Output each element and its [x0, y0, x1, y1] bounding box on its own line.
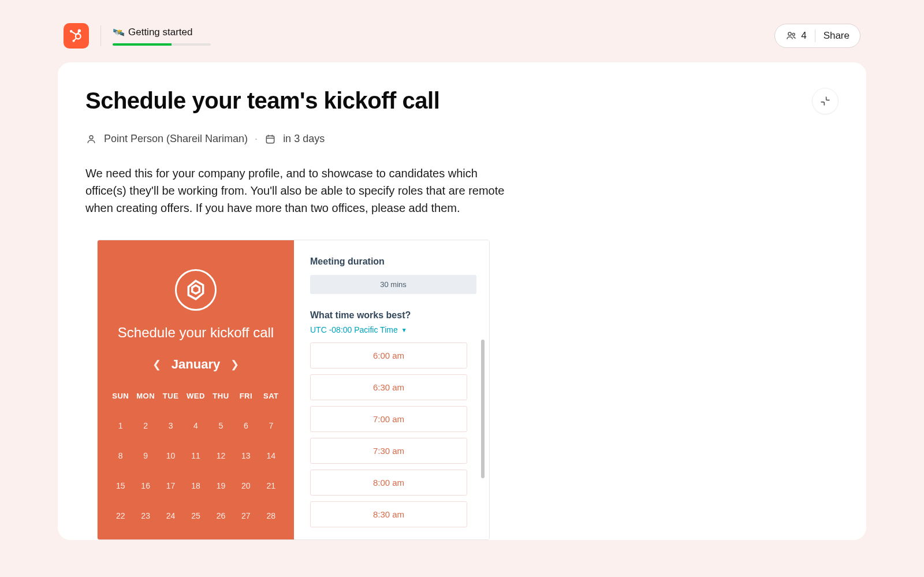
svg-point-2	[90, 135, 93, 139]
scheduler-preview: Schedule your kickoff call ❮ January ❯ S…	[97, 240, 490, 540]
calendar-day-cell[interactable]: 21	[259, 477, 284, 495]
calendar-day-cell[interactable]: 5	[208, 416, 233, 435]
calendar-day-cell[interactable]: 13	[233, 446, 258, 465]
timezone-value: UTC -08:00 Pacific Time	[310, 325, 398, 334]
time-works-label: What time works best?	[310, 310, 476, 321]
person-icon	[85, 133, 97, 145]
time-slot[interactable]: 7:30 am	[310, 438, 467, 464]
time-slot[interactable]: 6:00 am	[310, 343, 467, 368]
calendar-day-cell[interactable]: 11	[183, 446, 208, 465]
dow-cell: SUN	[108, 387, 133, 405]
vertical-divider	[815, 29, 815, 42]
timezone-selector[interactable]: UTC -08:00 Pacific Time ▼	[310, 325, 476, 334]
calendar-icon	[264, 133, 276, 145]
calendar-day-cell[interactable]: 7	[259, 416, 284, 435]
calendar-day-cell[interactable]: 28	[259, 507, 284, 525]
header-bar: 🛰️ Getting started 4 Share	[58, 23, 866, 62]
time-slot[interactable]: 8:30 am	[310, 501, 467, 527]
due-label: in 3 days	[283, 133, 325, 145]
calendar-day-cell[interactable]: 15	[108, 477, 133, 495]
calendar-week-row: 891011121314	[108, 446, 284, 465]
calendar-day-cell[interactable]: 14	[259, 446, 284, 465]
time-slot[interactable]: 7:00 am	[310, 406, 467, 432]
calendar-day-cell[interactable]: 2	[133, 416, 158, 435]
month-next-button[interactable]: ❯	[230, 358, 239, 371]
calendar-day-cell[interactable]: 9	[133, 446, 158, 465]
calendar-day-cell[interactable]: 25	[183, 507, 208, 525]
calendar-day-cell[interactable]: 27	[233, 507, 258, 525]
scheduler-logo-icon	[175, 269, 217, 311]
svg-point-0	[788, 32, 791, 35]
calendar-day-cell[interactable]: 20	[233, 477, 258, 495]
card-body-text: We need this for your company profile, a…	[85, 165, 513, 217]
calendar-day-cell[interactable]: 4	[183, 416, 208, 435]
calendar-day-cell[interactable]: 8	[108, 446, 133, 465]
point-person-label: Point Person (Shareil Nariman)	[104, 133, 248, 145]
progress-track	[113, 43, 211, 46]
calendar-day-cell[interactable]: 19	[208, 477, 233, 495]
calendar-day-cell[interactable]: 6	[233, 416, 258, 435]
calendar-day-cell[interactable]: 23	[133, 507, 158, 525]
progress-fill	[113, 43, 172, 46]
collapse-icon	[819, 95, 831, 107]
share-controls: 4 Share	[774, 24, 860, 48]
calendar-day-cell[interactable]: 3	[158, 416, 183, 435]
meta-row: Point Person (Shareil Nariman) · in 3 da…	[85, 133, 839, 145]
calendar-day-cell[interactable]: 26	[208, 507, 233, 525]
dow-cell: MON	[133, 387, 158, 405]
duration-value[interactable]: 30 mins	[310, 275, 476, 294]
rocket-icon: 🛰️	[113, 27, 125, 39]
getting-started-label: Getting started	[128, 27, 193, 38]
time-slot[interactable]: 6:30 am	[310, 374, 467, 400]
calendar-day-cell[interactable]: 18	[183, 477, 208, 495]
calendar-day-cell[interactable]: 10	[158, 446, 183, 465]
time-slot-list: 6:00 am6:30 am7:00 am7:30 am8:00 am8:30 …	[310, 343, 476, 527]
dow-row: SUNMONTUEWEDTHUFRISAT	[108, 387, 284, 405]
dow-cell: TUE	[158, 387, 183, 405]
calendar-day-cell[interactable]: 24	[158, 507, 183, 525]
scheduler-calendar-panel: Schedule your kickoff call ❮ January ❯ S…	[98, 240, 294, 539]
dow-cell: FRI	[233, 387, 258, 405]
dow-cell: SAT	[259, 387, 284, 405]
calendar-day-cell[interactable]: 1	[108, 416, 133, 435]
scheduler-time-panel: Meeting duration 30 mins What time works…	[294, 240, 489, 539]
calendar-day-cell[interactable]: 12	[208, 446, 233, 465]
svg-point-1	[792, 33, 795, 36]
collapse-button[interactable]	[812, 88, 839, 114]
people-count-value: 4	[801, 30, 806, 42]
month-prev-button[interactable]: ❮	[152, 358, 161, 371]
hubspot-logo[interactable]	[64, 23, 89, 49]
time-slot[interactable]: 8:00 am	[310, 470, 467, 496]
svg-rect-3	[266, 136, 274, 143]
task-card: Schedule your team's kickoff call Point …	[58, 62, 866, 540]
duration-label: Meeting duration	[310, 256, 476, 267]
calendar-week-row: 15161718192021	[108, 477, 284, 495]
scheduler-title: Schedule your kickoff call	[108, 325, 284, 341]
calendar-week-row: 1234567	[108, 416, 284, 435]
calendar-day-cell[interactable]: 17	[158, 477, 183, 495]
caret-down-icon: ▼	[401, 327, 407, 333]
dow-cell: THU	[208, 387, 233, 405]
calendar-day-cell[interactable]: 22	[108, 507, 133, 525]
vertical-divider	[100, 25, 101, 46]
calendar-week-row: 22232425262728	[108, 507, 284, 525]
getting-started-block[interactable]: 🛰️ Getting started	[113, 27, 211, 46]
people-icon	[785, 30, 797, 42]
card-title: Schedule your team's kickoff call	[85, 88, 439, 114]
separator-dot: ·	[255, 133, 258, 145]
month-label: January	[172, 357, 220, 372]
scrollbar-thumb[interactable]	[481, 340, 485, 478]
dow-cell: WED	[183, 387, 208, 405]
people-count-button[interactable]: 4	[785, 30, 806, 42]
share-button[interactable]: Share	[824, 30, 850, 42]
calendar-day-cell[interactable]: 16	[133, 477, 158, 495]
